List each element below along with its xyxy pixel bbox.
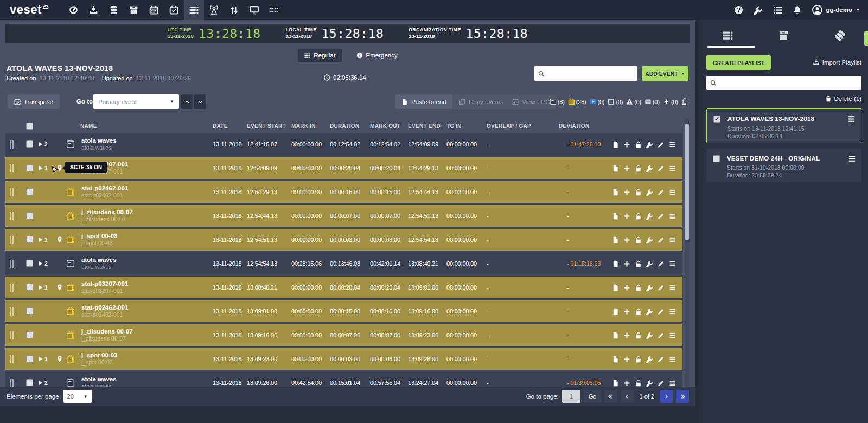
edit-action-icon[interactable]: [658, 284, 665, 291]
drag-handle[interactable]: [10, 164, 14, 172]
add-action-icon[interactable]: [623, 260, 630, 267]
add-action-icon[interactable]: [623, 308, 630, 315]
row-checkbox[interactable]: [26, 284, 33, 291]
emergency-mode-button[interactable]: Emergency: [356, 52, 398, 59]
edit-action-icon[interactable]: [658, 356, 665, 363]
edit-action-icon[interactable]: [658, 332, 665, 339]
add-action-icon[interactable]: [623, 356, 630, 363]
nav-calendar-icon[interactable]: [144, 0, 164, 20]
lock-action-icon[interactable]: [635, 236, 642, 243]
edit-action-icon[interactable]: [658, 165, 665, 172]
nav-media-icon[interactable]: [104, 0, 124, 20]
delete-playlists-button[interactable]: Delete (1): [825, 95, 862, 102]
lock-action-icon[interactable]: [635, 356, 642, 363]
lock-action-icon[interactable]: [635, 189, 642, 196]
paste-action-icon[interactable]: [612, 189, 619, 196]
select-all-checkbox[interactable]: [26, 123, 33, 130]
nav-apps-icon[interactable]: [264, 0, 284, 20]
nav-transfer-icon[interactable]: [224, 0, 244, 20]
copy-events-button[interactable]: Copy events: [452, 94, 510, 109]
nav-ingest-icon[interactable]: [84, 0, 104, 20]
playlist-card[interactable]: ✓ ATOLA WAVES 13-NOV-2018 Starts on 13-1…: [706, 108, 861, 143]
table-row[interactable]: 1 j_spot 00-03 j_spot 00-03 13-11-2018 1…: [5, 229, 682, 251]
nav-monitoring-icon[interactable]: [244, 0, 264, 20]
settings-action-icon[interactable]: [646, 141, 653, 148]
row-expander[interactable]: 2: [39, 133, 48, 155]
table-row[interactable]: 1 stat-p03207-001 stat-p03207-001 13-11-…: [5, 157, 682, 179]
add-action-icon[interactable]: [623, 141, 630, 148]
row-expander[interactable]: 1: [39, 229, 48, 251]
goto-prev-button[interactable]: [181, 94, 193, 109]
lock-action-icon[interactable]: [635, 141, 642, 148]
row-checkbox[interactable]: [26, 307, 33, 315]
row-checkbox[interactable]: [26, 236, 33, 243]
drag-handle[interactable]: [10, 284, 14, 292]
drag-handle[interactable]: [10, 140, 14, 149]
edit-action-icon[interactable]: [658, 260, 665, 267]
user-menu[interactable]: gg-demo: [812, 5, 860, 15]
row-checkbox[interactable]: [26, 379, 33, 386]
row-expander[interactable]: 1: [39, 277, 48, 298]
drag-handle[interactable]: [10, 236, 14, 244]
add-action-icon[interactable]: [623, 380, 630, 387]
nav-playlists-icon[interactable]: [184, 0, 204, 20]
menu-action-icon[interactable]: [669, 189, 676, 196]
menu-action-icon[interactable]: [669, 260, 676, 267]
menu-action-icon[interactable]: [669, 165, 676, 172]
row-checkbox[interactable]: [26, 164, 33, 171]
drag-handle[interactable]: [10, 188, 14, 196]
menu-action-icon[interactable]: [669, 213, 676, 220]
settings-action-icon[interactable]: [646, 284, 653, 291]
settings-action-icon[interactable]: [646, 308, 653, 315]
row-expander[interactable]: 1: [39, 348, 48, 370]
scte-pin-icon[interactable]: [56, 284, 63, 291]
settings-action-icon[interactable]: [646, 260, 653, 267]
goto-select[interactable]: Primary event ▼: [93, 94, 179, 109]
transpose-button[interactable]: Transpose: [8, 94, 60, 109]
menu-action-icon[interactable]: [669, 380, 676, 387]
drag-handle[interactable]: [10, 379, 14, 387]
import-playlist-button[interactable]: Import Playlist: [813, 59, 861, 66]
help-icon[interactable]: [729, 0, 748, 20]
settings-action-icon[interactable]: [646, 213, 653, 220]
drag-handle[interactable]: [10, 212, 14, 220]
table-row[interactable]: 1 j_spot 00-03 j_spot 00-03 13-11-2018 1…: [5, 348, 682, 370]
regular-mode-button[interactable]: Regular: [298, 49, 342, 62]
table-row[interactable]: 2 atola waves atola waves 13-11-2018 12:…: [5, 253, 682, 274]
row-checkbox[interactable]: [26, 140, 33, 148]
paste-action-icon[interactable]: [612, 213, 619, 220]
add-action-icon[interactable]: [623, 165, 630, 172]
notifications-bell-icon[interactable]: [787, 0, 807, 20]
paste-action-icon[interactable]: [612, 380, 619, 387]
per-page-select[interactable]: 20 ▼: [63, 390, 92, 403]
table-row[interactable]: 2 atola waves atola waves 13-11-2018 12:…: [5, 133, 682, 155]
menu-action-icon[interactable]: [669, 141, 676, 148]
drag-handle[interactable]: [10, 355, 14, 363]
nav-dashboard-icon[interactable]: [63, 0, 84, 20]
row-checkbox[interactable]: [26, 212, 33, 219]
add-action-icon[interactable]: [623, 189, 630, 196]
add-action-icon[interactable]: [623, 332, 630, 339]
menu-action-icon[interactable]: [669, 284, 676, 291]
edit-action-icon[interactable]: [658, 213, 665, 220]
menu-action-icon[interactable]: [669, 332, 676, 339]
edit-action-icon[interactable]: [658, 308, 665, 315]
lock-action-icon[interactable]: [635, 165, 642, 172]
menu-action-icon[interactable]: [669, 356, 676, 363]
logs-list-icon[interactable]: [768, 0, 787, 20]
add-action-icon[interactable]: [623, 213, 630, 220]
offscreen-green-button[interactable]: [864, 31, 868, 46]
row-checkbox[interactable]: [26, 355, 33, 362]
row-expander[interactable]: 2: [39, 372, 48, 387]
playlist-card[interactable]: VESET DEMO 24H - ORIGINAL Starts on 31-1…: [706, 149, 861, 182]
lock-action-icon[interactable]: [635, 284, 642, 291]
playlist-checkbox[interactable]: [713, 155, 720, 162]
lock-action-icon[interactable]: [635, 332, 642, 339]
playlist-checkbox[interactable]: ✓: [713, 116, 720, 123]
row-checkbox[interactable]: [26, 188, 33, 195]
settings-action-icon[interactable]: [646, 356, 653, 363]
playlist-search-input[interactable]: [719, 80, 858, 86]
event-search-input[interactable]: [547, 70, 634, 77]
drag-handle[interactable]: [10, 331, 14, 339]
prev-page-button[interactable]: [621, 390, 634, 403]
